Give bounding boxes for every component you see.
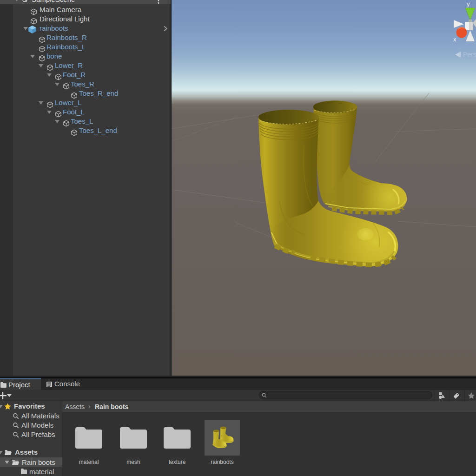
svg-text:Pers: Pers xyxy=(463,51,476,58)
svg-text:x: x xyxy=(453,36,456,43)
svg-text:y: y xyxy=(467,0,470,7)
